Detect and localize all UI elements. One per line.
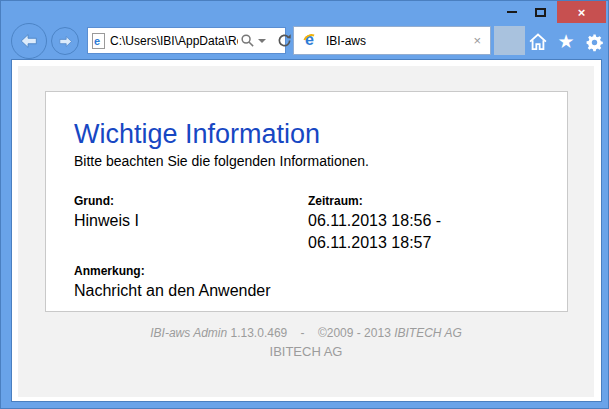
ie-logo-icon: e <box>303 33 319 49</box>
search-icon <box>240 33 255 48</box>
close-icon: × <box>578 5 586 20</box>
grund-value: Hinweis I <box>74 210 308 232</box>
address-url[interactable]: C:\Users\IBI\AppData\Roam <box>110 34 238 48</box>
footer-company: IBITECH AG <box>18 344 594 359</box>
footer-app-name: IBI-aws Admin <box>150 326 227 340</box>
home-button[interactable] <box>527 31 549 53</box>
anmerkung-value: Nachricht an den Anwender <box>74 280 308 302</box>
forward-button[interactable] <box>51 27 79 55</box>
close-button[interactable]: × <box>557 1 606 23</box>
browser-window: × e C:\Users\IBI\AppData\Roam <box>0 0 609 409</box>
tab-ibi-aws[interactable]: e IBI-aws × <box>293 26 491 55</box>
anmerkung-label: Anmerkung: <box>74 264 308 278</box>
grund-label: Grund: <box>74 194 308 208</box>
back-button[interactable] <box>11 23 47 59</box>
zeitraum-value-line1: 06.11.2013 18:56 - <box>308 210 547 232</box>
maximize-icon <box>535 8 546 17</box>
anmerkung-field: Anmerkung: Nachricht an den Anwender <box>74 264 308 302</box>
zeitraum-value-line2: 06.11.2013 18:57 <box>308 232 547 254</box>
gear-icon <box>585 33 604 52</box>
favorites-button[interactable]: ★ <box>555 31 577 53</box>
footer-dash: - <box>301 326 305 340</box>
refresh-icon <box>277 33 292 48</box>
footer-version-line: IBI-aws Admin 1.13.0.469 - ©2009 - 2013 … <box>18 326 594 340</box>
address-bar[interactable]: e C:\Users\IBI\AppData\Roam <box>87 27 286 54</box>
chevron-down-icon[interactable] <box>258 39 266 43</box>
forward-arrow-icon <box>57 33 74 50</box>
info-fields: Grund: Hinweis I Anmerkung: Nachricht an… <box>74 194 547 302</box>
grund-field: Grund: Hinweis I <box>74 194 308 232</box>
info-card: Wichtige Information Bitte beachten Sie … <box>45 91 568 312</box>
zeitraum-field: Zeitraum: 06.11.2013 18:56 - 06.11.2013 … <box>308 194 547 254</box>
page-title: Wichtige Information <box>74 119 547 150</box>
browser-viewport: Wichtige Information Bitte beachten Sie … <box>11 59 602 402</box>
tab-close-icon[interactable]: × <box>473 33 481 48</box>
right-column: Zeitraum: 06.11.2013 18:56 - 06.11.2013 … <box>308 194 547 302</box>
page-footer: IBI-aws Admin 1.13.0.469 - ©2009 - 2013 … <box>18 326 594 359</box>
search-button[interactable] <box>240 33 266 48</box>
settings-button[interactable] <box>583 31 605 53</box>
footer-company-italic: IBITECH AG <box>394 326 462 340</box>
tab-title: IBI-aws <box>326 34 473 48</box>
left-column: Grund: Hinweis I Anmerkung: Nachricht an… <box>74 194 308 302</box>
back-arrow-icon <box>18 30 40 52</box>
title-bar: × <box>1 1 608 23</box>
zeitraum-label: Zeitraum: <box>308 194 547 208</box>
footer-version: 1.13.0.469 <box>231 326 288 340</box>
star-icon: ★ <box>557 31 574 53</box>
new-tab-button[interactable] <box>494 26 525 55</box>
page-subtitle: Bitte beachten Sie die folgenden Informa… <box>74 153 547 169</box>
minimize-icon <box>507 11 517 13</box>
footer-copyright: ©2009 - 2013 <box>318 326 391 340</box>
maximize-button[interactable] <box>527 1 553 23</box>
refresh-button[interactable] <box>277 33 292 48</box>
home-icon <box>528 32 548 52</box>
page-icon: e <box>92 33 105 49</box>
minimize-button[interactable] <box>499 1 525 23</box>
page-body: Wichtige Information Bitte beachten Sie … <box>18 66 594 397</box>
